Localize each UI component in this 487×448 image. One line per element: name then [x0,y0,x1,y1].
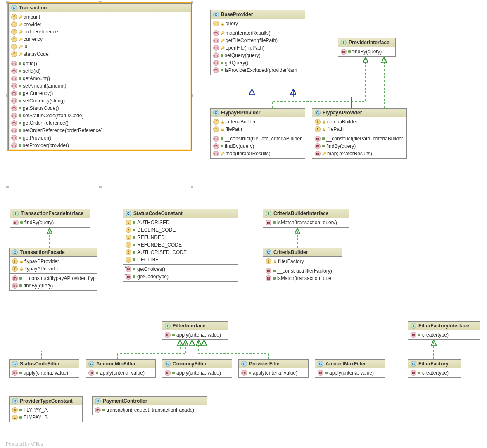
class-title: StatusCodeFilter [20,361,59,367]
method-icon: m [11,135,17,141]
interface-provider-interface[interactable]: IProviderInterface mfindBy(query) [338,38,396,57]
interface-filter-factory[interactable]: IFilterFactoryInterface mcreate(type) [408,321,480,340]
lock-icon: 🔒 [221,128,224,131]
method-row: mgetProvider() [9,134,191,142]
method-icon: m [11,68,17,74]
public-icon [19,77,21,80]
public-icon [19,100,21,102]
class-criteria-builder[interactable]: CCriteriaBuilder f🔒filterFactory m__cons… [263,248,342,283]
method-icon: m [315,136,321,142]
class-title: CriteriaBuilder [273,249,308,255]
class-flypay-a-provider[interactable]: CFlypayAProvider f🔒criteriaBuilder f🔒fil… [312,108,407,159]
method-icon: m [95,407,101,413]
public-icon [19,85,21,87]
class-icon: C [88,361,94,367]
public-icon [133,251,135,254]
class-title: StatusCodeConstant [133,211,183,216]
constant-icon: c [126,242,131,248]
uml-canvas[interactable]: CTransaction f🔑amount f🔑provider f🔑order… [0,0,487,448]
key-icon: 🔑 [221,39,224,42]
class-payment-controller[interactable]: CPaymentController mtransaction(request,… [92,396,207,415]
method-row: msetCurrency(string) [9,97,191,104]
class-amount-min-filter[interactable]: CAmountMinFilter mapply(criteria, value) [86,359,156,378]
method-icon: m [213,143,219,149]
class-amount-max-filter[interactable]: CAmountMaxFilter mapply(criteria, value) [315,359,385,378]
interface-filter[interactable]: IFilterInterface mapply(criteria, value) [162,321,228,340]
footer-watermark: Powered by yFiles [6,441,43,446]
class-icon: C [213,12,219,17]
selection-handle [191,186,193,188]
class-transaction[interactable]: CTransaction f🔑amount f🔑provider f🔑order… [8,3,192,150]
class-transaction-facade[interactable]: CTransactionFacade f🔒flypayBProvider f🔒f… [9,248,97,291]
key-icon: 🔑 [19,30,22,33]
public-icon [19,144,21,147]
public-icon [348,50,351,53]
class-icon: C [241,361,247,367]
key-icon: 🔑 [221,31,224,35]
public-icon [322,137,325,140]
field-icon: f [12,258,18,264]
method-row: mgetStatusCode() [9,104,191,112]
method-row: msetStatusCode(statusCode) [9,112,191,119]
class-filter-factory[interactable]: CFilterFactory mcreate(type) [408,359,461,378]
key-icon: 🔑 [221,152,224,155]
key-icon: 🔑 [19,23,22,26]
method-row: mgetOrderReference() [9,119,191,127]
class-icon: C [95,398,101,404]
method-icon: m [213,151,219,156]
interface-criteria-builder[interactable]: ICriteriaBuilderInterface misMatch(trans… [263,209,349,228]
public-icon [172,334,175,336]
public-icon [19,107,21,109]
class-title: FilterInterface [173,323,205,329]
lock-icon: 🔒 [221,22,224,25]
public-icon [19,62,21,65]
interface-icon: I [411,323,416,329]
method-icon: m [266,220,271,225]
interface-icon: I [341,40,347,45]
method-icon: m [11,90,17,96]
field-icon: f [213,119,219,125]
public-icon [273,270,276,272]
field-row: f🔑orderReference [9,28,191,36]
field-icon: f [11,14,17,20]
field-icon: f [11,36,17,42]
class-icon: C [12,398,18,404]
class-provider-type-constant[interactable]: CProviderTypeConstant cFLYPAY_A cFLYPAY_… [9,396,83,422]
method-row: msetProvider(provider) [9,142,191,149]
method-icon: m [315,143,321,149]
method-row: msetAmount(amount) [9,82,191,90]
class-title: ProviderInterface [349,40,390,45]
public-icon [19,137,21,139]
public-icon [19,372,22,374]
class-status-code-constant[interactable]: CStatusCodeConstant cAUTHORISED cDECLINE… [123,209,238,282]
class-title: ProviderFilter [249,361,281,367]
field-icon: f [11,29,17,35]
static-method-icon: m◆ [126,266,131,272]
lock-icon: 🔒 [322,128,325,131]
public-icon [249,372,251,374]
public-icon [172,372,175,374]
class-title: Transaction [19,5,47,11]
constant-icon: c [126,249,131,255]
method-row: mgetId() [9,60,191,67]
public-icon [19,409,22,411]
public-icon [221,62,223,64]
class-status-code-filter[interactable]: CStatusCodeFilter mapply(criteria, value… [9,359,79,378]
class-title: BaseProvider [221,12,253,17]
class-title: ProviderTypeConstant [20,398,73,404]
class-base-provider[interactable]: CBaseProvider f🔒query m🔑map(iteratorResu… [210,10,305,75]
class-icon: C [12,249,18,255]
constant-icon: c [126,227,131,233]
class-flypay-b-provider[interactable]: CFlypayBProvider f🔒criteriaBuilder f🔒fil… [210,108,305,159]
field-row: f🔑amount [9,13,191,21]
method-icon: m [266,275,271,281]
constant-icon: c [126,220,131,225]
class-currency-filter[interactable]: CCurrencyFilter mapply(criteria, value) [162,359,232,378]
interface-transaction-facade[interactable]: ITransactionFacadeIntrface mfindBy(query… [10,209,90,228]
class-provider-filter[interactable]: CProviderFilter mapply(criteria, value) [238,359,309,378]
public-icon [19,129,21,132]
interface-icon: I [266,211,271,216]
public-icon [133,258,135,261]
class-icon: C [12,361,18,367]
field-icon: f [11,44,17,50]
